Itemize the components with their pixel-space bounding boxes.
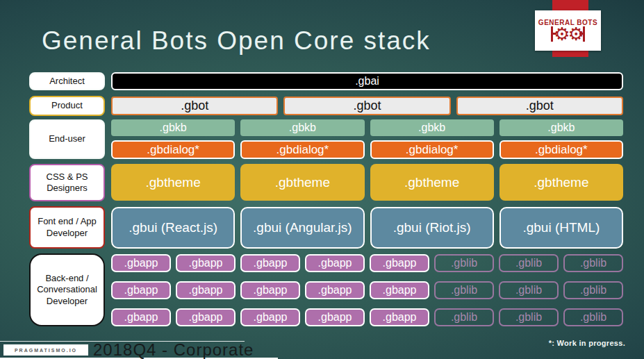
row-gbai: .gbai xyxy=(111,72,623,90)
gblib-box: .gblib xyxy=(434,281,494,299)
gbapp-box: .gbapp xyxy=(176,281,236,299)
gbapp-box: .gbapp xyxy=(370,254,429,272)
row-gbapp-3: .gbapp .gbapp .gbapp .gbapp .gbapp .gbli… xyxy=(111,308,623,326)
gbapp-box: .gbapp xyxy=(240,254,300,272)
gblib-box: .gblib xyxy=(434,254,494,272)
row-gbdialog: .gbdialog* .gbdialog* .gbdialog* .gbdial… xyxy=(111,140,623,159)
gbkb-box: .gbkb xyxy=(240,119,364,136)
general-bots-logo: GENERAL BOTS ⚙⚙ xyxy=(535,10,601,51)
gbapp-box: .gbapp xyxy=(240,281,300,299)
gblib-box: .gblib xyxy=(499,254,559,272)
slide-canvas: General Bots Open Core stack GENERAL BOT… xyxy=(0,0,644,359)
pragmatismo-brand-text: PRAGMATISMO.IO xyxy=(15,348,77,353)
row-gbot: .gbot .gbot .gbot xyxy=(111,97,623,115)
label-backend-conversational-developer: Back-end / Conversational Developer xyxy=(29,253,105,326)
gbot-box: .gbot xyxy=(111,97,278,115)
gbdialog-box: .gbdialog* xyxy=(111,140,235,159)
label-css-ps-designers: CSS & PS Designers xyxy=(29,164,105,201)
gbapp-box: .gbapp xyxy=(370,308,429,326)
page-title: General Bots Open Core stack xyxy=(42,26,431,56)
gbui-riot-box: .gbui (Riot.js) xyxy=(370,207,494,249)
row-gbui: .gbui (React.js) .gbui (Angular.js) .gbu… xyxy=(111,207,623,249)
gbapp-box: .gbapp xyxy=(305,254,365,272)
gbdialog-box: .gbdialog* xyxy=(499,140,623,159)
gbot-box: .gbot xyxy=(456,97,623,115)
gbui-angular-box: .gbui (Angular.js) xyxy=(240,207,364,249)
gbdialog-box: .gbdialog* xyxy=(240,140,364,159)
gbtheme-box: .gbtheme xyxy=(370,164,494,201)
gbkb-box: .gbkb xyxy=(370,119,494,136)
work-in-progress-footnote: *: Work in progress. xyxy=(549,339,625,347)
gbapp-box: .gbapp xyxy=(176,308,236,326)
label-frontend-app-developer: Font end / App Developer xyxy=(29,206,105,249)
gblib-box: .gblib xyxy=(499,281,559,299)
gblib-box: .gblib xyxy=(563,254,623,272)
gbapp-box: .gbapp xyxy=(176,254,236,272)
row-gbapp-2: .gbapp .gbapp .gbapp .gbapp .gbapp .gbli… xyxy=(111,281,623,299)
gblib-box: .gblib xyxy=(434,308,494,326)
gears-icon: ⚙⚙ xyxy=(551,25,585,43)
gbtheme-box: .gbtheme xyxy=(111,164,235,201)
gbapp-box: .gbapp xyxy=(111,281,171,299)
gblib-box: .gblib xyxy=(563,308,623,326)
label-end-user: End-user xyxy=(29,119,105,159)
gbapp-box: .gbapp xyxy=(305,281,365,299)
gbapp-box: .gbapp xyxy=(111,254,171,272)
gear-glyphs: ⚙⚙ xyxy=(554,25,582,43)
label-architect: Architect xyxy=(29,72,105,90)
logo-right-bar xyxy=(583,26,585,42)
gblib-box: .gblib xyxy=(563,281,623,299)
row-gbtheme: .gbtheme .gbtheme .gbtheme .gbtheme xyxy=(111,164,623,201)
gbdialog-box: .gbdialog* xyxy=(370,140,494,159)
logo-left-bar xyxy=(551,26,553,42)
label-product: Product xyxy=(29,96,105,116)
gbapp-box: .gbapp xyxy=(111,308,171,326)
pragmatismo-brand-box: PRAGMATISMO.IO xyxy=(3,344,88,356)
gbapp-box: .gbapp xyxy=(370,281,429,299)
gbui-html-box: .gbui (HTML) xyxy=(499,207,623,249)
gbtheme-box: .gbtheme xyxy=(240,164,364,201)
gbapp-box: .gbapp xyxy=(305,308,365,326)
gbui-react-box: .gbui (React.js) xyxy=(111,207,235,249)
gblib-box: .gblib xyxy=(499,308,559,326)
footer-date-label: 2018Q4 - Corporate xyxy=(93,340,254,359)
gbot-box: .gbot xyxy=(283,97,450,115)
gbkb-box: .gbkb xyxy=(111,119,235,136)
gbapp-box: .gbapp xyxy=(240,308,300,326)
gbtheme-box: .gbtheme xyxy=(499,164,623,201)
row-gbkb: .gbkb .gbkb .gbkb .gbkb xyxy=(111,119,623,136)
row-gbapp-1: .gbapp .gbapp .gbapp .gbapp .gbapp .gbli… xyxy=(111,254,623,272)
gbai-box: .gbai xyxy=(111,72,623,90)
gbkb-box: .gbkb xyxy=(499,119,623,136)
